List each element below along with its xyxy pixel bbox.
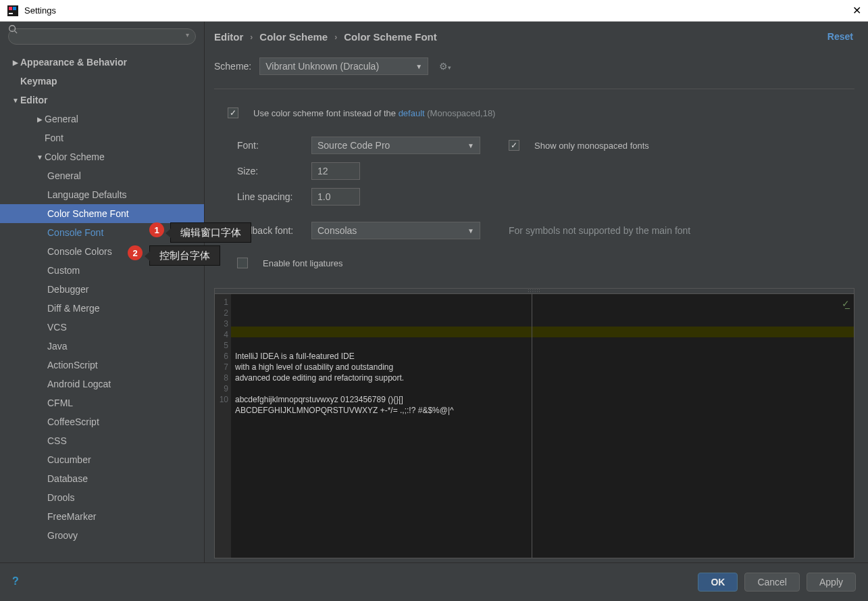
svg-rect-3 — [13, 7, 16, 10]
splitter-handle[interactable]: :::::: — [215, 289, 854, 294]
use-scheme-font-checkbox[interactable] — [228, 107, 238, 118]
annotation-badge-2: 2 — [128, 245, 143, 260]
chevron-down-icon: ▼ — [461, 142, 474, 149]
tree-item[interactable]: CoffeeScript — [0, 412, 204, 431]
tree-item[interactable]: Font — [0, 128, 204, 147]
cancel-button[interactable]: Cancel — [744, 573, 800, 592]
breadcrumb-item[interactable]: Editor — [214, 31, 243, 43]
svg-line-5 — [15, 31, 18, 34]
sidebar: ▾ ▶Appearance & BehaviorKeymap▼Editor▶Ge… — [0, 22, 205, 562]
breadcrumb-item: Color Scheme Font — [344, 31, 437, 43]
settings-tree: ▶Appearance & BehaviorKeymap▼Editor▶Gene… — [0, 51, 204, 562]
window-title: Settings — [24, 5, 56, 16]
tree-item[interactable]: Groovy — [0, 526, 204, 545]
annotation-callout-2: 控制台字体 — [149, 245, 220, 266]
reset-link[interactable]: Reset — [827, 31, 853, 42]
tree-item[interactable]: Color Scheme Font — [0, 204, 204, 223]
tree-item[interactable]: Diff & Merge — [0, 299, 204, 318]
close-icon[interactable]: ✕ — [852, 4, 861, 17]
tree-item[interactable]: Keymap — [0, 72, 204, 91]
tree-item[interactable]: Cucumber — [0, 450, 204, 469]
tree-item[interactable]: Java — [0, 337, 204, 356]
tree-item[interactable]: General — [0, 166, 204, 185]
tree-item[interactable]: Database — [0, 469, 204, 488]
ok-button[interactable]: OK — [698, 573, 738, 592]
tree-item[interactable]: ▶Appearance & Behavior — [0, 53, 204, 72]
annotation-badge-1: 1 — [149, 222, 164, 237]
ligatures-checkbox[interactable] — [237, 258, 248, 268]
chevron-down-icon: ▼ — [409, 63, 422, 70]
preview-container: :::::: 12345678910 ✓̲ IntelliJ IDEA is a… — [214, 288, 854, 558]
tree-item[interactable]: Debugger — [0, 280, 204, 299]
breadcrumb-item[interactable]: Color Scheme — [259, 31, 328, 43]
font-label: Font: — [237, 140, 302, 151]
line-spacing-label: Line spacing: — [237, 191, 302, 202]
default-font-link[interactable]: default — [399, 108, 425, 118]
tree-item[interactable]: Android Logcat — [0, 375, 204, 393]
scheme-label: Scheme: — [214, 61, 251, 72]
tree-item[interactable]: Drools — [0, 488, 204, 507]
tree-item[interactable]: Language Defaults — [0, 185, 204, 204]
monospaced-only-checkbox[interactable] — [509, 140, 519, 151]
dialog-footer: ? OK Cancel Apply — [0, 562, 868, 601]
fallback-hint: For symbols not supported by the main fo… — [509, 225, 690, 236]
annotation-callout-1: 编辑窗口字体 — [170, 222, 251, 243]
app-logo-icon — [7, 5, 19, 17]
chevron-right-icon: › — [250, 32, 253, 42]
content-panel: Editor › Color Scheme › Color Scheme Fon… — [205, 22, 868, 562]
search-icon — [8, 24, 18, 34]
tree-item[interactable]: CFML — [0, 393, 204, 412]
chevron-down-icon: ▼ — [461, 227, 474, 235]
tree-item[interactable]: ▶General — [0, 110, 204, 128]
size-input[interactable] — [311, 162, 360, 180]
search-input[interactable] — [8, 28, 196, 45]
scheme-value: Vibrant Unknown (Dracula) — [265, 61, 379, 72]
use-scheme-font-label: Use color scheme font instead of the def… — [253, 108, 495, 118]
tree-item[interactable]: ▼Editor — [0, 91, 204, 110]
ligatures-label: Enable font ligatures — [263, 258, 343, 268]
tree-item[interactable]: VCS — [0, 318, 204, 337]
tree-item[interactable]: ActionScript — [0, 356, 204, 375]
line-spacing-input[interactable] — [311, 188, 360, 206]
svg-rect-1 — [9, 13, 13, 14]
fallback-font-select[interactable]: Consolas ▼ — [311, 222, 480, 239]
tree-item[interactable]: ▼Color Scheme — [0, 147, 204, 166]
tree-item[interactable]: FreeMarker — [0, 507, 204, 526]
help-icon[interactable]: ? — [12, 575, 26, 589]
font-preview-editor[interactable]: 12345678910 ✓̲ IntelliJ IDEA is a full-f… — [215, 294, 854, 558]
chevron-right-icon: › — [334, 32, 337, 42]
svg-rect-2 — [9, 7, 12, 10]
breadcrumb: Editor › Color Scheme › Color Scheme Fon… — [214, 31, 854, 43]
tree-item[interactable]: CSS — [0, 431, 204, 450]
size-label: Size: — [237, 166, 302, 176]
font-select[interactable]: Source Code Pro ▼ — [311, 137, 480, 154]
inspection-ok-icon: ✓̲ — [842, 298, 850, 309]
gear-icon[interactable]: ⚙▾ — [439, 61, 451, 72]
title-bar: Settings ✕ — [0, 0, 868, 22]
monospaced-only-label: Show only monospaced fonts — [534, 141, 649, 151]
code-area: ✓̲ IntelliJ IDEA is a full-featured IDE … — [231, 294, 854, 558]
chevron-down-icon[interactable]: ▾ — [186, 31, 189, 39]
gutter: 12345678910 — [215, 294, 231, 558]
apply-button[interactable]: Apply — [807, 573, 856, 592]
scheme-select[interactable]: Vibrant Unknown (Dracula) ▼ — [259, 57, 428, 75]
highlighted-line — [231, 327, 854, 337]
svg-point-4 — [9, 26, 16, 32]
